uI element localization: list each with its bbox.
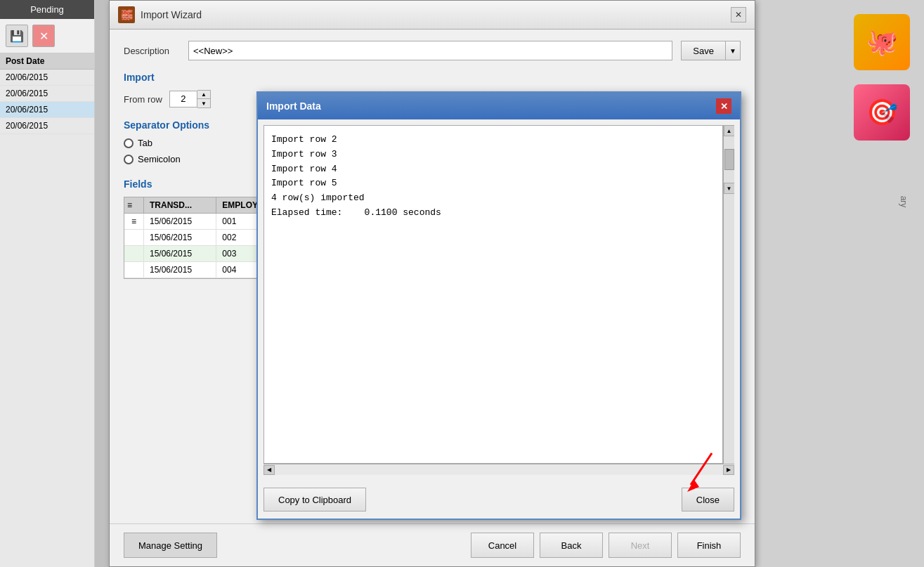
description-input[interactable] [188, 41, 672, 60]
col-icon: ≡ [124, 197, 144, 213]
import-line: Import row 2 [271, 133, 715, 148]
app-icon: 🧱 [118, 6, 135, 23]
wizard-footer: Manage Setting Cancel Back Next Finish [110, 523, 755, 566]
scroll-up-button[interactable]: ▲ [724, 125, 735, 136]
import-data-close-button[interactable]: ✕ [716, 98, 731, 114]
import-line: 4 row(s) imported [271, 191, 715, 206]
sidebar-col-header: Post Date [0, 53, 94, 70]
content-area: Import row 2 Import row 3 Import row 4 I… [263, 125, 734, 464]
spinner-value: 2 [169, 91, 197, 107]
from-row-label: From row [124, 94, 162, 105]
row-transd: 15/06/2015 [144, 230, 216, 245]
copy-to-clipboard-button[interactable]: Copy to Clipboard [263, 488, 366, 511]
import-data-body: Import row 2 Import row 3 Import row 4 I… [258, 119, 740, 481]
row-icon [124, 230, 144, 245]
list-item[interactable]: 20/06/2015 [0, 86, 94, 102]
description-row: Description Save ▼ [124, 41, 741, 60]
import-data-title: Import Data [266, 100, 321, 112]
row-icon: ≡ [124, 214, 144, 229]
next-button[interactable]: Next [609, 533, 672, 558]
import-data-titlebar: Import Data ✕ [258, 93, 740, 119]
row-transd: 15/06/2015 [144, 214, 216, 229]
wizard-title-left: 🧱 Import Wizard [118, 6, 202, 23]
scroll-thumb[interactable] [724, 149, 734, 170]
row-icon [124, 262, 144, 278]
radio-semicolon-button[interactable] [124, 155, 134, 164]
finish-button[interactable]: Finish [677, 533, 741, 558]
horizontal-scrollbar[interactable]: ◀ ▶ [263, 464, 734, 475]
back-button[interactable]: Back [540, 533, 603, 558]
list-item[interactable]: 20/06/2015 [0, 70, 94, 86]
row-transd: 15/06/2015 [144, 246, 216, 261]
spinner-arrows: ▲ ▼ [197, 90, 211, 108]
description-label: Description [124, 46, 180, 56]
save-icon[interactable]: 💾 [6, 25, 28, 47]
save-button-group: Save ▼ [681, 41, 741, 60]
row-transd: 15/06/2015 [144, 262, 216, 278]
save-button[interactable]: Save [681, 41, 725, 60]
right-label: ary [899, 196, 909, 208]
import-line: Import row 4 [271, 162, 715, 177]
cancel-button[interactable]: Cancel [471, 533, 534, 558]
delete-icon[interactable]: ✕ [32, 25, 55, 47]
wizard-close-button[interactable]: ✕ [731, 7, 746, 22]
import-line: Elapsed time: 0.1100 seconds [271, 206, 715, 221]
spinner-up-button[interactable]: ▲ [197, 91, 210, 99]
radio-tab-button[interactable] [124, 138, 134, 148]
import-data-content: Import row 2 Import row 3 Import row 4 I… [263, 125, 723, 464]
hscroll-right-button[interactable]: ▶ [723, 465, 734, 475]
radio-semicolon-label: Semicolon [138, 154, 181, 164]
wizard-titlebar: 🧱 Import Wizard ✕ [110, 1, 755, 30]
list-item[interactable]: 20/06/2015 [0, 118, 94, 134]
import-line: Import row 5 [271, 176, 715, 191]
manage-setting-button[interactable]: Manage Setting [124, 533, 217, 558]
vertical-scrollbar[interactable]: ▲ ▼ [723, 125, 734, 464]
hscroll-left-button[interactable]: ◀ [263, 465, 275, 475]
right-panel: 🐙 🎯 ary [755, 0, 924, 567]
save-dropdown-button[interactable]: ▼ [725, 41, 741, 60]
radio-tab-label: Tab [138, 138, 152, 148]
spinner-down-button[interactable]: ▼ [197, 99, 210, 107]
list-item[interactable]: 20/06/2015 [0, 102, 94, 118]
sidebar-header: Pending [0, 0, 94, 19]
decor-icon-2: 🎯 [854, 84, 910, 141]
from-row-spinner[interactable]: 2 ▲ ▼ [169, 90, 211, 108]
import-data-footer: Copy to Clipboard Close [258, 481, 740, 519]
import-line: Import row 3 [271, 148, 715, 162]
import-section-title: Import [124, 72, 741, 83]
scroll-down-button[interactable]: ▼ [724, 183, 735, 194]
col-transd: TRANSD... [144, 197, 216, 213]
wizard-title: Import Wizard [141, 9, 202, 20]
close-button[interactable]: Close [682, 488, 734, 511]
import-data-dialog: Import Data ✕ Import row 2 Import row 3 … [256, 91, 741, 520]
row-icon [124, 246, 144, 261]
sidebar: Pending 💾 ✕ Post Date 20/06/2015 20/06/2… [0, 0, 95, 567]
decor-icon-1: 🐙 [854, 14, 910, 70]
sidebar-icons: 💾 ✕ [0, 19, 94, 53]
